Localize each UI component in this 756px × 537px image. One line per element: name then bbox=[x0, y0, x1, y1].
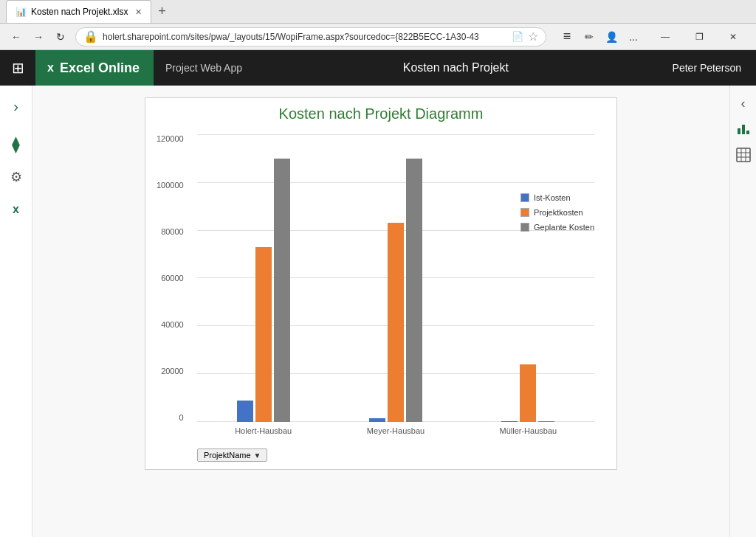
main-content: Kosten nach Projekt Diagramm 120000 1000… bbox=[32, 86, 729, 537]
legend-label-ist: Ist-Kosten bbox=[534, 193, 571, 202]
brand: x Excel Online bbox=[35, 50, 154, 86]
top-nav: ⊞ x Excel Online Project Web App Kosten … bbox=[0, 50, 756, 86]
reader-icon: 📄 bbox=[512, 31, 523, 42]
excel-sidebar-button[interactable]: x bbox=[1, 195, 31, 224]
back-button[interactable]: ← bbox=[6, 27, 27, 47]
refresh-button[interactable]: ↻ bbox=[50, 27, 71, 47]
bars-area bbox=[197, 134, 594, 422]
y-label-80000: 80000 bbox=[161, 227, 184, 236]
sidebar-toggle-button[interactable]: › bbox=[1, 91, 31, 121]
filter-button[interactable]: ProjektName ▼ bbox=[197, 448, 267, 462]
tab-favicon: 📊 bbox=[16, 7, 27, 17]
pen-button[interactable]: ✏ bbox=[579, 27, 599, 47]
svg-rect-0 bbox=[738, 128, 740, 134]
svg-rect-2 bbox=[746, 131, 749, 134]
dropdown-icon: ▼ bbox=[254, 451, 261, 460]
minimize-button[interactable]: — bbox=[648, 24, 682, 50]
x-axis: Holert-Hausbau Meyer-Hausbau Müller-Haus… bbox=[197, 422, 594, 444]
address-bar[interactable]: 🔒 holert.sharepoint.com/sites/pwa/_layou… bbox=[75, 27, 546, 46]
gear-icon: ⚙ bbox=[10, 169, 22, 185]
right-sidebar: ‹ bbox=[729, 86, 756, 537]
bar-group-holert bbox=[197, 159, 329, 423]
x-label-meyer: Meyer-Hausbau bbox=[329, 422, 461, 444]
new-tab-button[interactable]: + bbox=[151, 1, 172, 22]
bookmark-icon[interactable]: ☆ bbox=[528, 30, 538, 44]
chart-legend: Ist-Kosten Projektkosten Geplante Kosten bbox=[520, 193, 594, 232]
active-tab[interactable]: 📊 Kosten nach Projekt.xlsx ✕ bbox=[6, 0, 151, 23]
bar-group-muller bbox=[462, 364, 594, 422]
y-label-60000: 60000 bbox=[161, 274, 184, 283]
bar-meyer-geplant bbox=[406, 159, 422, 423]
filter-icon: ⧫ bbox=[12, 135, 20, 154]
svg-rect-3 bbox=[737, 148, 750, 162]
restore-button[interactable]: ❐ bbox=[682, 24, 716, 50]
legend-label-geplant: Geplante Kosten bbox=[534, 223, 594, 232]
legend-color-ist bbox=[520, 193, 529, 202]
filter-row: ProjektName ▼ bbox=[197, 448, 594, 462]
chart-view-button[interactable] bbox=[732, 118, 755, 142]
tab-title: Kosten nach Projekt.xlsx bbox=[31, 7, 128, 17]
chart-view-icon bbox=[736, 121, 751, 139]
y-label-20000: 20000 bbox=[161, 367, 184, 375]
brand-label: Excel Online bbox=[60, 60, 140, 76]
url-text: holert.sharepoint.com/sites/pwa/_layouts… bbox=[103, 32, 507, 42]
table-view-button[interactable] bbox=[732, 145, 755, 168]
bar-meyer-projekt bbox=[388, 223, 404, 422]
bar-holert-ist bbox=[237, 401, 253, 422]
bar-holert-projekt bbox=[255, 247, 272, 422]
chart-area: 120000 100000 80000 60000 40000 20000 0 bbox=[153, 134, 609, 462]
user-name[interactable]: Peter Peterson bbox=[658, 50, 756, 86]
legend-item-ist: Ist-Kosten bbox=[520, 193, 594, 202]
legend-item-geplant: Geplante Kosten bbox=[520, 223, 594, 232]
apps-button[interactable]: ⊞ bbox=[0, 50, 35, 86]
filter-sidebar-button[interactable]: ⧫ bbox=[1, 130, 31, 159]
bar-muller-projekt bbox=[520, 364, 536, 422]
y-label-40000: 40000 bbox=[161, 320, 184, 329]
filter-label: ProjektName bbox=[204, 451, 251, 460]
left-sidebar: › ⧫ ⚙ x bbox=[0, 86, 32, 537]
y-axis: 120000 100000 80000 60000 40000 20000 0 bbox=[157, 134, 184, 422]
bar-group-meyer bbox=[329, 159, 461, 423]
chart-inner: 120000 100000 80000 60000 40000 20000 0 bbox=[197, 134, 594, 444]
x-label-holert: Holert-Hausbau bbox=[197, 422, 329, 444]
svg-rect-1 bbox=[742, 125, 745, 134]
chart-title: Kosten nach Projekt Diagramm bbox=[153, 105, 609, 122]
app-layout: ⊞ x Excel Online Project Web App Kosten … bbox=[0, 50, 756, 537]
legend-color-geplant bbox=[520, 223, 529, 232]
person-button[interactable]: 👤 bbox=[601, 27, 622, 47]
settings-sidebar-button[interactable]: ⚙ bbox=[1, 162, 31, 192]
legend-color-projekt bbox=[520, 208, 529, 217]
y-label-100000: 100000 bbox=[157, 181, 184, 190]
y-label-120000: 120000 bbox=[157, 134, 184, 143]
tab-bar: 📊 Kosten nach Projekt.xlsx ✕ + bbox=[0, 0, 756, 24]
file-title: Kosten nach Projekt bbox=[254, 61, 658, 75]
more-button[interactable]: ... bbox=[623, 27, 644, 47]
legend-label-projekt: Projektkosten bbox=[534, 208, 583, 217]
nav-project-web-app[interactable]: Project Web App bbox=[154, 50, 254, 86]
excel-logo: x bbox=[47, 61, 54, 75]
legend-item-projekt: Projektkosten bbox=[520, 208, 594, 217]
table-view-icon bbox=[736, 148, 751, 165]
forward-button[interactable]: → bbox=[28, 27, 49, 47]
close-button[interactable]: ✕ bbox=[716, 24, 750, 50]
tab-close-icon[interactable]: ✕ bbox=[135, 7, 142, 17]
y-label-0: 0 bbox=[179, 413, 184, 422]
browser-menu-button[interactable]: ≡ bbox=[557, 27, 577, 47]
content-area: › ⧫ ⚙ x Kosten nach Projekt Diagramm bbox=[0, 86, 756, 537]
lock-icon: 🔒 bbox=[83, 30, 98, 44]
chart-container: Kosten nach Projekt Diagramm 120000 1000… bbox=[145, 97, 617, 470]
bar-holert-geplant bbox=[274, 159, 290, 423]
browser-toolbar: ← → ↻ 🔒 holert.sharepoint.com/sites/pwa/… bbox=[0, 24, 756, 50]
x-label-muller: Müller-Hausbau bbox=[462, 422, 594, 444]
collapse-right-button[interactable]: ‹ bbox=[732, 91, 755, 115]
excel-sidebar-icon: x bbox=[13, 203, 19, 216]
